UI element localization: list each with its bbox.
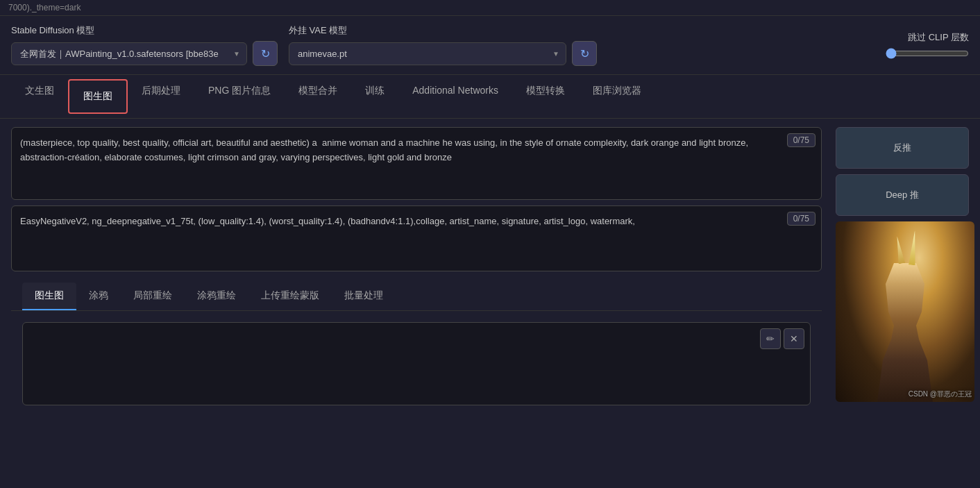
tab-png-info[interactable]: PNG 图片信息 bbox=[194, 75, 285, 118]
right-panel: 反推 Deep 推 bbox=[830, 127, 969, 411]
pencil-icon: ✏ bbox=[766, 333, 775, 344]
image-clear-button[interactable]: ✕ bbox=[784, 328, 804, 349]
top-bar: 7000)._theme=dark bbox=[0, 0, 980, 16]
vae-model-label: 外挂 VAE 模型 bbox=[289, 24, 597, 37]
positive-prompt-input[interactable] bbox=[12, 128, 821, 197]
reverse-deduce-label: 反推 bbox=[893, 142, 911, 154]
image-upload-area[interactable]: ✏ ✕ bbox=[22, 322, 811, 405]
tab-postprocess[interactable]: 后期处理 bbox=[128, 75, 194, 118]
sub-tab-scribble-inpaint[interactable]: 涂鸦重绘 bbox=[185, 283, 248, 310]
clip-slider-wrapper bbox=[886, 48, 969, 59]
left-content: 0/75 0/75 图生图 涂鸦 局部重绘 涂鸦重绘 上传重绘蒙版 批量处理 bbox=[11, 127, 822, 411]
clip-slider[interactable] bbox=[886, 48, 969, 59]
positive-token-count: 0/75 bbox=[787, 133, 816, 147]
main-tab-bar: 文生图 图生图 后期处理 PNG 图片信息 模型合并 训练 Additional… bbox=[0, 75, 980, 119]
close-icon: ✕ bbox=[790, 333, 798, 344]
tab-model-merge[interactable]: 模型合并 bbox=[285, 75, 351, 118]
sub-tab-upload-mask[interactable]: 上传重绘蒙版 bbox=[248, 283, 332, 310]
sub-tab-img2img[interactable]: 图生图 bbox=[22, 283, 76, 310]
negative-prompt-wrapper: 0/75 bbox=[11, 205, 822, 271]
topbar-text: 7000)._theme=dark bbox=[8, 3, 81, 12]
image-edit-button[interactable]: ✏ bbox=[760, 328, 781, 349]
negative-prompt-input[interactable] bbox=[12, 206, 821, 269]
tab-train[interactable]: 训练 bbox=[351, 75, 398, 118]
sd-model-select-wrapper: 全网首发｜AWPainting_v1.0.safetensors [bbe83e… bbox=[11, 41, 278, 66]
image-preview: CSDN @罪恶の王冠 bbox=[836, 221, 974, 402]
negative-token-count: 0/75 bbox=[787, 212, 816, 226]
vae-model-refresh-icon: ↻ bbox=[580, 47, 589, 60]
sd-model-select-container: 全网首发｜AWPainting_v1.0.safetensors [bbe83e… bbox=[11, 42, 247, 65]
main-container: Stable Diffusion 模型 全网首发｜AWPainting_v1.0… bbox=[0, 16, 980, 488]
tab-gallery[interactable]: 图库浏览器 bbox=[579, 75, 655, 118]
sd-model-refresh-button[interactable]: ↻ bbox=[253, 41, 278, 66]
preview-figure: CSDN @罪恶の王冠 bbox=[836, 221, 974, 402]
sd-model-label: Stable Diffusion 模型 bbox=[11, 24, 278, 37]
watermark: CSDN @罪恶の王冠 bbox=[909, 389, 972, 399]
sub-tab-scribble[interactable]: 涂鸦 bbox=[76, 283, 121, 310]
deep-deduce-label: Deep 推 bbox=[886, 189, 919, 201]
clip-label: 跳过 CLIP 层数 bbox=[886, 31, 969, 44]
image-upload-actions: ✏ ✕ bbox=[760, 328, 804, 349]
clip-group: 跳过 CLIP 层数 bbox=[886, 31, 969, 59]
sd-model-select[interactable]: 全网首发｜AWPainting_v1.0.safetensors [bbe83e bbox=[11, 42, 247, 65]
tab-img2img[interactable]: 图生图 bbox=[68, 79, 128, 114]
header-section: Stable Diffusion 模型 全网首发｜AWPainting_v1.0… bbox=[0, 16, 980, 75]
sub-tab-bar: 图生图 涂鸦 局部重绘 涂鸦重绘 上传重绘蒙版 批量处理 bbox=[11, 283, 822, 311]
tab-model-convert[interactable]: 模型转换 bbox=[512, 75, 579, 118]
sub-tab-inpaint[interactable]: 局部重绘 bbox=[121, 283, 185, 310]
reverse-deduce-button[interactable]: 反推 bbox=[836, 127, 969, 169]
vae-model-select[interactable]: animevae.pt bbox=[289, 42, 566, 65]
positive-prompt-wrapper: 0/75 bbox=[11, 127, 822, 200]
image-placeholder: CSDN @罪恶の王冠 bbox=[836, 221, 974, 402]
vae-model-group: 外挂 VAE 模型 animevae.pt ▼ ↻ bbox=[289, 24, 597, 66]
tab-additional-networks[interactable]: Additional Networks bbox=[398, 75, 512, 118]
vae-model-refresh-button[interactable]: ↻ bbox=[572, 41, 597, 66]
vae-model-select-container: animevae.pt ▼ bbox=[289, 42, 566, 65]
deep-deduce-button[interactable]: Deep 推 bbox=[836, 174, 969, 216]
sd-model-refresh-icon: ↻ bbox=[261, 47, 270, 60]
vae-model-select-wrapper: animevae.pt ▼ ↻ bbox=[289, 41, 597, 66]
sub-tab-batch[interactable]: 批量处理 bbox=[332, 283, 396, 310]
tab-txt2img[interactable]: 文生图 bbox=[11, 75, 68, 118]
content-wrapper: 0/75 0/75 图生图 涂鸦 局部重绘 涂鸦重绘 上传重绘蒙版 批量处理 bbox=[0, 119, 980, 411]
sd-model-group: Stable Diffusion 模型 全网首发｜AWPainting_v1.0… bbox=[11, 24, 278, 66]
